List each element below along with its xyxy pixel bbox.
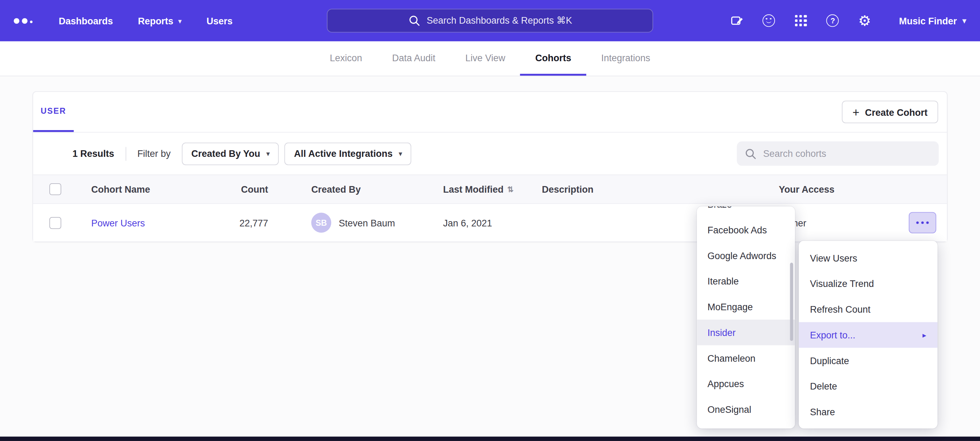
feedback-smiley-icon[interactable] [761, 13, 776, 28]
export-to-label: Export to... [810, 330, 855, 340]
nav-label: Dashboards [59, 15, 113, 26]
select-all-checkbox[interactable] [49, 183, 61, 195]
tab-integrations[interactable]: Integrations [586, 42, 665, 76]
menu-item-view-users[interactable]: View Users [799, 245, 937, 271]
menu-item-onesignal[interactable]: OneSignal [697, 396, 795, 422]
search-icon [745, 147, 757, 160]
menu-item-insider[interactable]: Insider [697, 320, 795, 345]
menu-item-google-adwords[interactable]: Google Adwords [697, 243, 795, 268]
tab-live-view[interactable]: Live View [450, 42, 520, 76]
menu-item-iterable[interactable]: Iterable [697, 268, 795, 294]
bottom-edge-strip [0, 436, 980, 441]
menu-item-refresh-count[interactable]: Refresh Count [799, 296, 937, 322]
column-header-count[interactable]: Count [208, 184, 268, 195]
chevron-right-icon: ▸ [922, 331, 926, 339]
tab-cohorts[interactable]: Cohorts [520, 42, 586, 76]
settings-gear-icon[interactable]: ⚙ [858, 13, 872, 28]
menu-item-delete[interactable]: Delete [799, 374, 937, 399]
last-modified-label: Last Modified [443, 184, 504, 195]
nav-label: Users [207, 15, 232, 26]
filter-bar: 1 Results Filter by Created By You ▾ All… [33, 133, 947, 174]
nav-label: Reports [138, 15, 173, 26]
nav-item-users[interactable]: Users [207, 15, 232, 26]
column-header-cohort-name[interactable]: Cohort Name [91, 184, 208, 195]
primary-nav: Dashboards Reports ▾ Users [59, 15, 232, 26]
column-header-your-access[interactable]: Your Access [779, 184, 864, 195]
menu-item-appcues[interactable]: Appcues [697, 371, 795, 396]
menu-item-moengage[interactable]: MoEngage [697, 294, 795, 320]
filter-by-label: Filter by [137, 148, 171, 159]
table-header-row: Cohort Name Count Created By Last Modifi… [33, 174, 947, 204]
results-count: 1 Results [73, 148, 115, 159]
table-row: Power Users 22,777 SB Steven Baum Jan 6,… [33, 204, 947, 241]
menu-item-facebook-ads[interactable]: Facebook Ads [697, 217, 795, 243]
cohort-type-tabstrip: USER + Create Cohort [33, 92, 947, 133]
global-search-placeholder: Search Dashboards & Reports ⌘K [427, 15, 572, 26]
nav-item-reports[interactable]: Reports ▾ [138, 15, 181, 26]
mixpanel-logo-icon[interactable] [14, 18, 33, 23]
menu-item-duplicate[interactable]: Duplicate [799, 348, 937, 374]
menu-item-share[interactable]: Share [799, 399, 937, 425]
export-targets-menu: Braze Facebook Ads Google Adwords Iterab… [697, 206, 795, 428]
secondary-nav: Lexicon Data Audit Live View Cohorts Int… [0, 42, 980, 77]
chevron-down-icon: ▾ [399, 150, 402, 157]
cohort-count-cell: 22,777 [208, 217, 268, 228]
top-nav: Dashboards Reports ▾ Users Search Dashbo… [0, 0, 980, 42]
menu-scrollbar[interactable] [790, 263, 793, 341]
integrations-filter-dropdown[interactable]: All Active Integrations ▾ [285, 142, 412, 165]
menu-item-braze[interactable]: Braze [697, 206, 795, 217]
top-nav-actions: ? ⚙ Music Finder ▾ [730, 13, 966, 28]
divider [126, 147, 126, 161]
row-actions-button[interactable] [909, 212, 936, 233]
menu-item-chameleon[interactable]: Chameleon [697, 345, 795, 371]
integrations-filter-value: All Active Integrations [294, 148, 393, 159]
create-cohort-button[interactable]: + Create Cohort [842, 101, 938, 123]
app-root: Dashboards Reports ▾ Users Search Dashbo… [0, 0, 980, 441]
sort-icon[interactable]: ⇅ [508, 185, 514, 193]
menu-item-export-to[interactable]: Export to... ▸ [799, 322, 937, 348]
workspace-name: Music Finder [899, 15, 957, 26]
created-by-cell: SB Steven Baum [311, 213, 443, 233]
avatar: SB [311, 213, 331, 233]
column-header-created-by[interactable]: Created By [311, 184, 443, 195]
menu-item-visualize-trend[interactable]: Visualize Trend [799, 271, 937, 297]
row-checkbox[interactable] [49, 217, 61, 228]
search-icon [408, 14, 420, 27]
question-glyph: ? [830, 16, 835, 25]
chevron-down-icon: ▾ [267, 150, 270, 157]
tab-lexicon[interactable]: Lexicon [315, 42, 377, 76]
global-search-input[interactable]: Search Dashboards & Reports ⌘K [327, 9, 653, 32]
chevron-down-icon: ▾ [178, 17, 181, 24]
tab-data-audit[interactable]: Data Audit [377, 42, 450, 76]
apps-grid-icon[interactable] [793, 13, 808, 28]
column-header-description[interactable]: Description [542, 184, 779, 195]
column-header-last-modified[interactable]: Last Modified ⇅ [443, 184, 542, 195]
help-icon[interactable]: ? [826, 13, 840, 28]
nav-item-dashboards[interactable]: Dashboards [59, 15, 113, 26]
created-by-filter-value: Created By You [191, 148, 260, 159]
row-actions-menu: View Users Visualize Trend Refresh Count… [799, 241, 937, 428]
chevron-down-icon: ▾ [963, 16, 966, 25]
workspace-switcher[interactable]: Music Finder ▾ [899, 15, 966, 26]
cohort-search-placeholder: Search cohorts [763, 148, 826, 159]
feedback-compose-icon[interactable] [730, 13, 745, 28]
cohort-name-link[interactable]: Power Users [91, 217, 145, 228]
main-content: USER + Create Cohort 1 Results Filter by… [0, 76, 980, 242]
cohorts-card: USER + Create Cohort 1 Results Filter by… [33, 91, 948, 242]
plus-icon: + [853, 106, 859, 118]
create-cohort-label: Create Cohort [865, 107, 928, 118]
last-modified-cell: Jan 6, 2021 [443, 217, 542, 228]
cohort-search-input[interactable]: Search cohorts [737, 141, 939, 166]
created-by-filter-dropdown[interactable]: Created By You ▾ [182, 142, 279, 165]
created-by-name: Steven Baum [339, 217, 395, 228]
tab-user-cohorts[interactable]: USER [33, 92, 74, 132]
